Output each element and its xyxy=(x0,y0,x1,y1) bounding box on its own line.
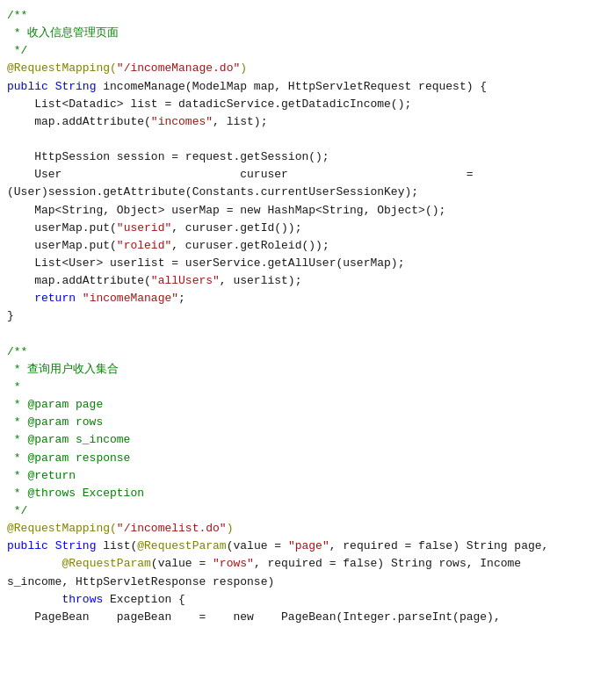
code-line-29: */ xyxy=(0,502,615,520)
code-line-22: * xyxy=(0,379,615,396)
code-line-30: @RequestMapping("/incomelist.do") xyxy=(0,520,615,538)
code-line-9: HttpSession session = request.getSession… xyxy=(0,148,615,166)
code-line-15: List<User> userlist = userService.getAll… xyxy=(0,255,615,272)
code-line-27: * @return xyxy=(0,467,615,485)
code-line-32: @RequestParam(value = "rows", required =… xyxy=(0,555,615,573)
code-line-13: userMap.put("userid", curuser.getId()); xyxy=(0,220,615,237)
code-line-26: * @param response xyxy=(0,450,615,467)
code-line-6: List<Datadic> list = datadicService.getD… xyxy=(0,96,615,113)
code-line-25: * @param s_income xyxy=(0,431,615,449)
code-line-31: public String list(@RequestParam(value =… xyxy=(0,538,615,555)
code-line-24: * @param rows xyxy=(0,414,615,431)
code-line-23: * @param page xyxy=(0,396,615,414)
code-line-10: User curuser = xyxy=(0,166,615,184)
code-line-34: throws Exception { xyxy=(0,591,615,609)
code-line-7: map.addAttribute("incomes", list); xyxy=(0,113,615,131)
code-line-11: (User)session.getAttribute(Constants.cur… xyxy=(0,184,615,201)
code-line-14: userMap.put("roleid", curuser.getRoleid(… xyxy=(0,237,615,255)
code-line-17: return "incomeManage"; xyxy=(0,290,615,307)
code-line-19 xyxy=(0,326,615,343)
code-line-18: } xyxy=(0,307,615,325)
code-line-2: * 收入信息管理页面 xyxy=(0,25,615,42)
code-line-20: /** xyxy=(0,343,615,361)
code-line-3: */ xyxy=(0,42,615,60)
code-line-16: map.addAttribute("allUsers", userlist); xyxy=(0,272,615,290)
code-line-1: /** xyxy=(0,7,615,25)
code-line-28: * @throws Exception xyxy=(0,485,615,502)
code-line-8 xyxy=(0,131,615,148)
code-line-33: s_income, HttpServletResponse response) xyxy=(0,574,615,591)
code-line-4: @RequestMapping("/incomeManage.do") xyxy=(0,60,615,77)
code-line-12: Map<String, Object> userMap = new HashMa… xyxy=(0,202,615,220)
code-line-35: PageBean pageBean = new PageBean(Integer… xyxy=(0,609,615,626)
code-editor: /** * 收入信息管理页面 */ @RequestMapping("/inco… xyxy=(0,0,615,700)
code-line-5: public String incomeManage(ModelMap map,… xyxy=(0,78,615,96)
code-line-21: * 查询用户收入集合 xyxy=(0,361,615,379)
